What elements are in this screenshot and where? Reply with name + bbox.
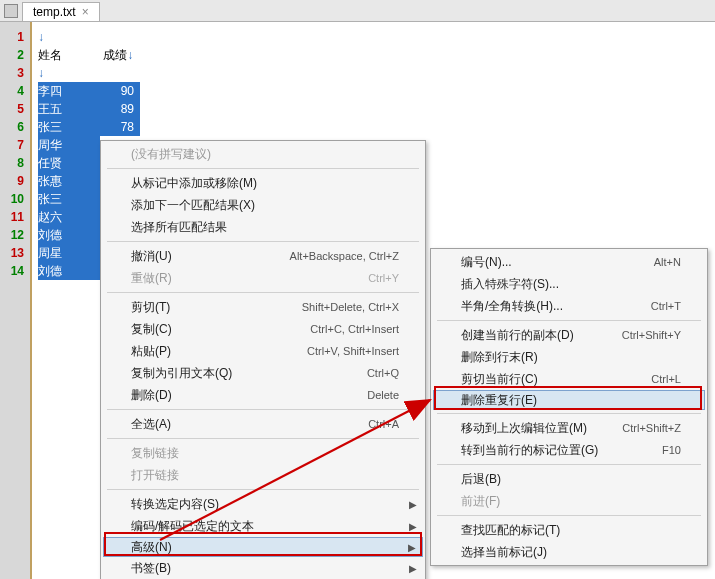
- menu-item-goto-mark[interactable]: 转到当前行的标记位置(G)F10: [433, 439, 705, 461]
- menu-separator: [437, 515, 701, 516]
- menu-item-back[interactable]: 后退(B): [433, 468, 705, 490]
- context-submenu-advanced: 编号(N)...Alt+N 插入特殊字符(S)... 半角/全角转换(H)...…: [430, 248, 708, 566]
- cell-name: 张三: [38, 118, 100, 136]
- line-gutter: 1 2 3 4 5 6 7 8 9 10 11 12 13 14: [0, 22, 30, 579]
- cell-name: 赵六: [38, 208, 100, 226]
- menu-separator: [107, 292, 419, 293]
- menu-item-select-all-match[interactable]: 选择所有匹配结果: [103, 216, 423, 238]
- menu-separator: [107, 409, 419, 410]
- line-number: 6: [0, 118, 24, 136]
- whitespace-icon: ↓: [38, 66, 44, 80]
- line-number: 2: [0, 46, 24, 64]
- menu-separator: [437, 464, 701, 465]
- new-file-icon[interactable]: [4, 4, 18, 18]
- menu-item-add-remove-mark[interactable]: 从标记中添加或移除(M): [103, 172, 423, 194]
- line-number: 14: [0, 262, 24, 280]
- menu-item-numbering[interactable]: 编号(N)...Alt+N: [433, 251, 705, 273]
- menu-item-add-next-match[interactable]: 添加下一个匹配结果(X): [103, 194, 423, 216]
- menu-separator: [437, 413, 701, 414]
- menu-separator: [107, 489, 419, 490]
- menu-item-duplicate-line[interactable]: 创建当前行的副本(D)Ctrl+Shift+Y: [433, 324, 705, 346]
- line-number: 7: [0, 136, 24, 154]
- line-number: 13: [0, 244, 24, 262]
- menu-item-redo: 重做(R)Ctrl+Y: [103, 267, 423, 289]
- menu-item-delete-duplicate-lines[interactable]: 删除重复行(E): [433, 390, 705, 410]
- menu-item-delete[interactable]: 删除(D)Delete: [103, 384, 423, 406]
- line-number: 1: [0, 28, 24, 46]
- line-number: 3: [0, 64, 24, 82]
- header-name: 姓名: [38, 46, 100, 64]
- menu-item-open-link: 打开链接: [103, 464, 423, 486]
- menu-item-undo[interactable]: 撤消(U)Alt+Backspace, Ctrl+Z: [103, 245, 423, 267]
- file-tab[interactable]: temp.txt ×: [22, 2, 100, 21]
- menu-item-encode-selection[interactable]: 编码/解码已选定的文本▶: [103, 515, 423, 537]
- menu-separator: [107, 241, 419, 242]
- submenu-arrow-icon: ▶: [409, 563, 417, 574]
- menu-item-cut-line[interactable]: 剪切当前行(C)Ctrl+L: [433, 368, 705, 390]
- menu-item-forward: 前进(F): [433, 490, 705, 512]
- menu-separator: [437, 320, 701, 321]
- menu-item-cut[interactable]: 剪切(T)Shift+Delete, Ctrl+X: [103, 296, 423, 318]
- line-number: 10: [0, 190, 24, 208]
- cell-name: 王五: [38, 100, 100, 118]
- menu-item-insert-special[interactable]: 插入特殊字符(S)...: [433, 273, 705, 295]
- menu-item-half-full[interactable]: 半角/全角转换(H)...Ctrl+T: [433, 295, 705, 317]
- line-number: 4: [0, 82, 24, 100]
- menu-separator: [107, 168, 419, 169]
- cell-name: 周华: [38, 136, 100, 154]
- menu-item-copy-link: 复制链接: [103, 442, 423, 464]
- submenu-arrow-icon: ▶: [408, 542, 416, 553]
- menu-item-select-current-mark[interactable]: 选择当前标记(J): [433, 541, 705, 563]
- context-menu: (没有拼写建议) 从标记中添加或移除(M) 添加下一个匹配结果(X) 选择所有匹…: [100, 140, 426, 579]
- menu-item-move-last-edit[interactable]: 移动到上次编辑位置(M)Ctrl+Shift+Z: [433, 417, 705, 439]
- close-icon[interactable]: ×: [82, 5, 89, 19]
- line-number: 11: [0, 208, 24, 226]
- menu-item-bookmarks[interactable]: 书签(B)▶: [103, 557, 423, 579]
- cell-score: 90: [100, 82, 140, 100]
- menu-item-delete-eol[interactable]: 删除到行末(R): [433, 346, 705, 368]
- menu-item-copy[interactable]: 复制(C)Ctrl+C, Ctrl+Insert: [103, 318, 423, 340]
- cell-name: 周星: [38, 244, 100, 262]
- line-number: 9: [0, 172, 24, 190]
- line-number: 8: [0, 154, 24, 172]
- menu-item-advanced[interactable]: 高级(N)▶: [103, 537, 423, 557]
- cell-score: 78: [100, 118, 140, 136]
- cell-name: 刘德: [38, 262, 100, 280]
- header-score: 成绩: [103, 48, 127, 62]
- menu-item-no-suggestion: (没有拼写建议): [103, 143, 423, 165]
- cell-name: 李四: [38, 82, 100, 100]
- cell-name: 刘德: [38, 226, 100, 244]
- menu-item-copy-quote[interactable]: 复制为引用文本(Q)Ctrl+Q: [103, 362, 423, 384]
- cell-score: 89: [100, 100, 140, 118]
- submenu-arrow-icon: ▶: [409, 521, 417, 532]
- cell-name: 张三: [38, 190, 100, 208]
- cell-name: 任贤: [38, 154, 100, 172]
- line-number: 12: [0, 226, 24, 244]
- menu-item-convert-selection[interactable]: 转换选定内容(S)▶: [103, 493, 423, 515]
- whitespace-icon: ↓: [127, 48, 133, 62]
- tab-bar: temp.txt ×: [0, 0, 715, 22]
- cell-name: 张惠: [38, 172, 100, 190]
- menu-item-select-all[interactable]: 全选(A)Ctrl+A: [103, 413, 423, 435]
- tab-filename: temp.txt: [33, 5, 76, 19]
- submenu-arrow-icon: ▶: [409, 499, 417, 510]
- menu-item-paste[interactable]: 粘贴(P)Ctrl+V, Shift+Insert: [103, 340, 423, 362]
- menu-item-find-match-mark[interactable]: 查找匹配的标记(T): [433, 519, 705, 541]
- menu-separator: [107, 438, 419, 439]
- line-number: 5: [0, 100, 24, 118]
- whitespace-icon: ↓: [38, 30, 44, 44]
